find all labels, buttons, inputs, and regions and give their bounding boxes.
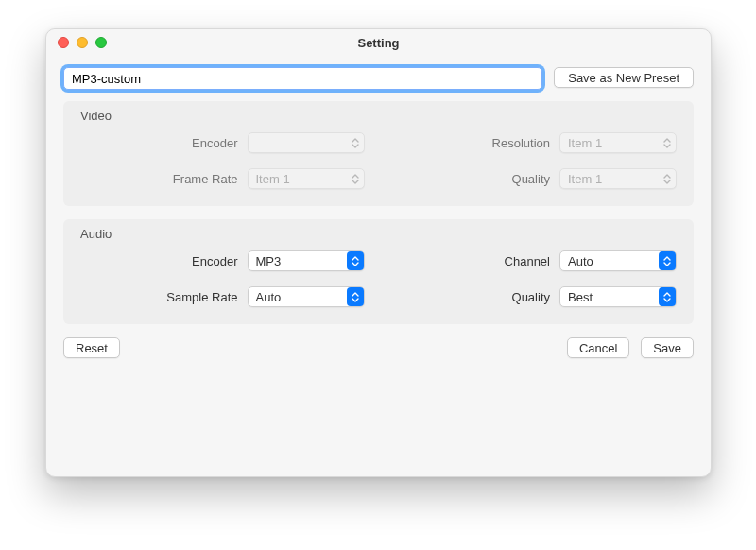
video-encoder-select[interactable]: [248, 132, 365, 153]
save-as-new-preset-button[interactable]: Save as New Preset: [554, 67, 694, 88]
preset-name-input[interactable]: [63, 67, 542, 90]
titlebar: Setting: [46, 29, 711, 56]
audio-samplerate-label: Sample Rate: [166, 290, 237, 304]
settings-window: Setting Save as New Preset Video Encoder: [45, 28, 712, 477]
audio-channel-select[interactable]: Auto: [559, 250, 677, 271]
audio-encoder-value: MP3: [256, 254, 282, 268]
video-resolution-field: Resolution Item 1: [393, 132, 678, 153]
video-resolution-select[interactable]: Item 1: [559, 132, 677, 153]
audio-quality-select[interactable]: Best: [559, 286, 677, 307]
reset-button[interactable]: Reset: [63, 337, 120, 358]
audio-encoder-select[interactable]: MP3: [248, 250, 365, 271]
audio-samplerate-select[interactable]: Auto: [248, 286, 365, 307]
audio-quality-value: Best: [568, 290, 593, 304]
chevron-up-down-icon: [659, 287, 676, 306]
audio-quality-label: Quality: [512, 290, 550, 304]
preset-row: Save as New Preset: [63, 67, 694, 90]
minimize-icon[interactable]: [77, 37, 88, 48]
chevron-up-down-icon: [659, 133, 676, 152]
zoom-icon[interactable]: [95, 37, 107, 48]
video-group: Video Encoder Resolution Item: [63, 101, 694, 206]
video-quality-label: Quality: [512, 172, 550, 186]
chevron-up-down-icon: [347, 287, 364, 306]
video-quality-select[interactable]: Item 1: [559, 168, 677, 189]
traffic-lights: [58, 37, 107, 48]
chevron-up-down-icon: [347, 251, 364, 270]
chevron-up-down-icon: [659, 169, 676, 188]
video-encoder-field: Encoder: [80, 132, 365, 153]
video-encoder-label: Encoder: [192, 136, 237, 150]
chevron-up-down-icon: [347, 133, 364, 152]
close-icon[interactable]: [58, 37, 69, 48]
chevron-up-down-icon: [347, 169, 364, 188]
audio-channel-value: Auto: [568, 254, 593, 268]
cancel-button[interactable]: Cancel: [567, 337, 629, 358]
audio-samplerate-value: Auto: [256, 290, 282, 304]
audio-quality-field: Quality Best: [393, 286, 678, 307]
chevron-up-down-icon: [659, 251, 676, 270]
video-framerate-value: Item 1: [256, 172, 290, 186]
video-framerate-select[interactable]: Item 1: [248, 168, 365, 189]
footer: Reset Cancel Save: [63, 337, 694, 358]
video-group-title: Video: [80, 109, 677, 123]
window-title: Setting: [357, 36, 399, 50]
audio-samplerate-field: Sample Rate Auto: [80, 286, 365, 307]
audio-channel-field: Channel Auto: [393, 250, 678, 271]
save-button[interactable]: Save: [641, 337, 694, 358]
video-framerate-label: Frame Rate: [173, 172, 238, 186]
audio-channel-label: Channel: [505, 254, 550, 268]
video-resolution-value: Item 1: [568, 136, 602, 150]
audio-group: Audio Encoder MP3 Channel Auto: [63, 219, 694, 324]
content: Save as New Preset Video Encoder: [46, 56, 711, 371]
video-quality-field: Quality Item 1: [393, 168, 678, 189]
video-resolution-label: Resolution: [492, 136, 550, 150]
audio-encoder-field: Encoder MP3: [80, 250, 365, 271]
audio-encoder-label: Encoder: [192, 254, 237, 268]
audio-group-title: Audio: [80, 227, 677, 241]
video-framerate-field: Frame Rate Item 1: [80, 168, 365, 189]
video-quality-value: Item 1: [568, 172, 602, 186]
